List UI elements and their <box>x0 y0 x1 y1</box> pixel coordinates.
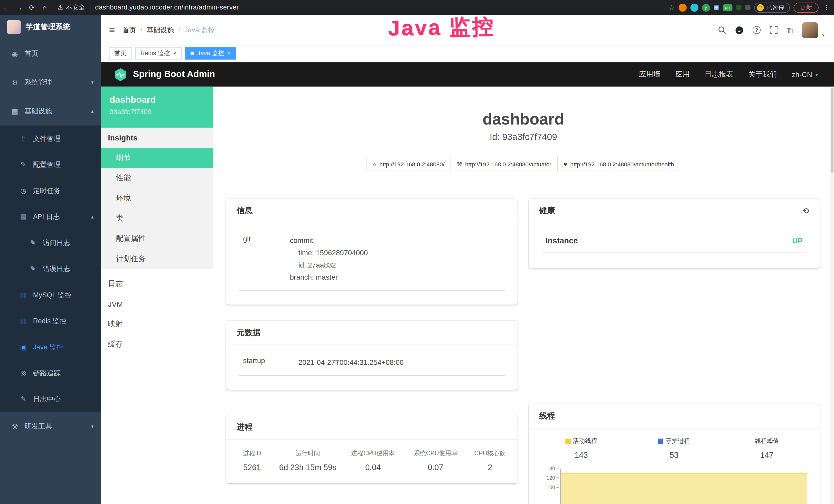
health-url-button[interactable]: ♥ http://192.168.0.2:48080/actuator/heal… <box>557 157 680 171</box>
sba-item-caches[interactable]: 缓存 <box>101 335 213 355</box>
infrastructure-submenu: ⇪ 文件管理 ✎ 配置管理 ◷ 定时任务 ▤ API 日志 ▴ ✎ 访问日志 ✎ <box>0 125 101 412</box>
extension-icon[interactable]: ▦ <box>714 5 719 10</box>
service-url-button[interactable]: ⌂ http://192.168.0.2:48080/ <box>366 157 451 171</box>
search-icon[interactable] <box>718 26 726 34</box>
sidebar-item-redis-monitor[interactable]: ▥ Redis 监控 <box>0 308 101 334</box>
sidebar-item-java-monitor[interactable]: ▣ Java 监控 <box>0 334 101 360</box>
sba-brand[interactable]: Spring Boot Admin <box>101 67 215 82</box>
sba-app-name: dashboard <box>110 95 204 105</box>
status-badge: UP <box>792 236 803 245</box>
extension-icon[interactable] <box>690 3 698 11</box>
process-card-header: 进程 <box>226 415 517 439</box>
sidebar-item-infrastructure[interactable]: ▤ 基础设施 ▴ <box>0 97 101 125</box>
divider <box>90 4 90 11</box>
scrollbar-thumb[interactable] <box>831 88 833 173</box>
extension-on-badge[interactable]: on <box>723 4 732 11</box>
tab-java-monitor[interactable]: Java 监控 × <box>185 47 236 60</box>
sba-nav-about[interactable]: 关于我们 <box>748 70 777 79</box>
health-row-instance: Instance UP <box>541 236 807 253</box>
git-branch: branch: master <box>290 272 368 284</box>
leaf-extension-icon[interactable] <box>736 5 741 10</box>
home-icon[interactable]: ⌂ <box>38 3 51 11</box>
sba-item-metrics[interactable]: 性能 <box>101 168 213 188</box>
sba-brand-title: Spring Boot Admin <box>133 69 215 79</box>
monitor-icon: ▤ <box>10 107 19 115</box>
sidebar-item-label: Redis 监控 <box>33 316 66 325</box>
sba-locale-select[interactable]: zh-CN ▾ <box>792 70 818 78</box>
extension-icon[interactable]: y <box>702 3 710 11</box>
breadcrumb-infrastructure[interactable]: 基础设施 <box>147 25 174 35</box>
url-bar[interactable]: dashboard.yudao.iocoder.cn/infra/admin-s… <box>95 4 239 11</box>
threads-card-body: 活动线程 143 守护进程 53 <box>528 429 820 504</box>
user-avatar[interactable] <box>802 22 818 38</box>
help-icon[interactable]: ? <box>752 26 761 34</box>
sidebar-item-mysql-monitor[interactable]: ▦ MySQL 监控 <box>0 282 101 308</box>
stat-label: 进程ID <box>243 449 261 457</box>
stat-label: CPU核心数 <box>474 449 505 457</box>
security-chip[interactable]: ⚠ 不安全 <box>58 3 85 12</box>
y-tick: 100 <box>536 484 555 490</box>
puzzle-extension-icon[interactable] <box>745 5 750 10</box>
sba-nav-journal[interactable]: 日志报表 <box>705 70 733 79</box>
sba-item-mappings[interactable]: 映射 <box>101 314 213 335</box>
browser-menu-icon[interactable]: ⋮ <box>824 4 830 11</box>
sba-item-config-props[interactable]: 配置属性 <box>101 229 213 249</box>
screen-icon: ▣ <box>19 343 28 351</box>
process-card-body: 进程ID 5261 运行时间 6d 23h 15m 59s 进程CPU使用率 0… <box>226 439 517 483</box>
actuator-url-button[interactable]: ⚒ http://192.168.0.2:48080/actuator <box>450 157 557 171</box>
breadcrumb-home[interactable]: 首页 <box>122 25 136 35</box>
sba-item-details[interactable]: 细节 <box>101 148 213 168</box>
edit-icon: ✎ <box>29 239 37 247</box>
bookmark-star-icon[interactable]: ☆ <box>668 3 675 11</box>
sidebar-item-error-log[interactable]: ✎ 错误日志 <box>0 256 101 282</box>
extension-icon[interactable] <box>678 3 686 11</box>
tab-label: 首页 <box>114 49 127 58</box>
browser-update-button[interactable]: 更新 <box>794 2 818 12</box>
git-commit-time: time: 1596289704000 <box>290 247 368 259</box>
close-icon[interactable]: × <box>173 51 176 56</box>
sidebar-item-dev-tools[interactable]: ⚒ 研发工具 ▾ <box>0 412 101 441</box>
sba-item-logs[interactable]: 日志 <box>101 274 213 294</box>
stat-value: 2 <box>488 462 492 472</box>
sba-section-label: Insights <box>101 128 213 148</box>
sba-nav-applications[interactable]: 应用 <box>675 70 690 79</box>
close-icon[interactable]: × <box>227 51 231 56</box>
reload-icon[interactable]: ⟳ <box>25 3 38 11</box>
sidebar-item-tracing[interactable]: ◎ 链路追踪 <box>0 360 101 386</box>
app-sidebar: 芋道管理系统 ◉ 首页 ⚙ 系统管理 ▾ ▤ 基础设施 ▴ ⇪ 文件管理 ✎ 配… <box>0 15 101 504</box>
sidebar-item-config-manage[interactable]: ✎ 配置管理 <box>0 152 101 177</box>
active-tab-dot <box>190 52 194 55</box>
tab-home[interactable]: 首页 <box>109 47 132 60</box>
sidebar-item-file-manage[interactable]: ⇪ 文件管理 <box>0 125 101 152</box>
sidebar-item-log-center[interactable]: ✎ 日志中心 <box>0 386 101 412</box>
sba-locale-value: zh-CN <box>792 70 812 78</box>
back-icon[interactable]: ← <box>0 3 13 11</box>
github-icon[interactable] <box>735 26 744 34</box>
sidebar-item-scheduled-jobs[interactable]: ◷ 定时任务 <box>0 178 101 204</box>
sba-item-classes[interactable]: 类 <box>101 208 213 229</box>
sba-item-jvm[interactable]: JVM <box>101 294 213 314</box>
update-label: 更新 <box>800 3 812 11</box>
profile-paused-chip[interactable]: 已暂停 <box>754 2 790 12</box>
tab-redis-monitor[interactable]: Redis 监控 × <box>135 47 182 60</box>
font-size-icon[interactable]: TT <box>787 26 793 34</box>
sba-item-scheduled-tasks[interactable]: 计划任务 <box>101 249 213 269</box>
y-tickmark <box>556 468 559 468</box>
y-tick: 120 <box>536 475 555 481</box>
fullscreen-icon[interactable] <box>770 26 777 34</box>
sba-item-environment[interactable]: 环境 <box>101 188 213 208</box>
sidebar-item-home[interactable]: ◉ 首页 <box>0 39 101 68</box>
forward-icon[interactable]: → <box>13 3 26 11</box>
browser-chrome: ← → ⟳ ⌂ ⚠ 不安全 dashboard.yudao.iocoder.cn… <box>0 0 834 15</box>
stat-cpu-cores: CPU核心数 2 <box>467 449 513 472</box>
sidebar-item-api-log[interactable]: ▤ API 日志 ▴ <box>0 204 101 230</box>
scrollbar[interactable] <box>830 87 834 504</box>
threads-legend: 活动线程 143 守护进程 53 <box>535 437 813 459</box>
sidebar-item-system[interactable]: ⚙ 系统管理 ▾ <box>0 68 101 97</box>
history-icon[interactable]: ⟲ <box>803 206 809 215</box>
sidebar-fold-icon[interactable]: ≡ <box>101 24 122 36</box>
sba-nav-wallboard[interactable]: 应用墙 <box>639 70 660 79</box>
edit-icon: ✎ <box>29 265 37 273</box>
sidebar-item-access-log[interactable]: ✎ 访问日志 <box>0 230 101 256</box>
sidebar-item-label: 配置管理 <box>33 160 61 169</box>
